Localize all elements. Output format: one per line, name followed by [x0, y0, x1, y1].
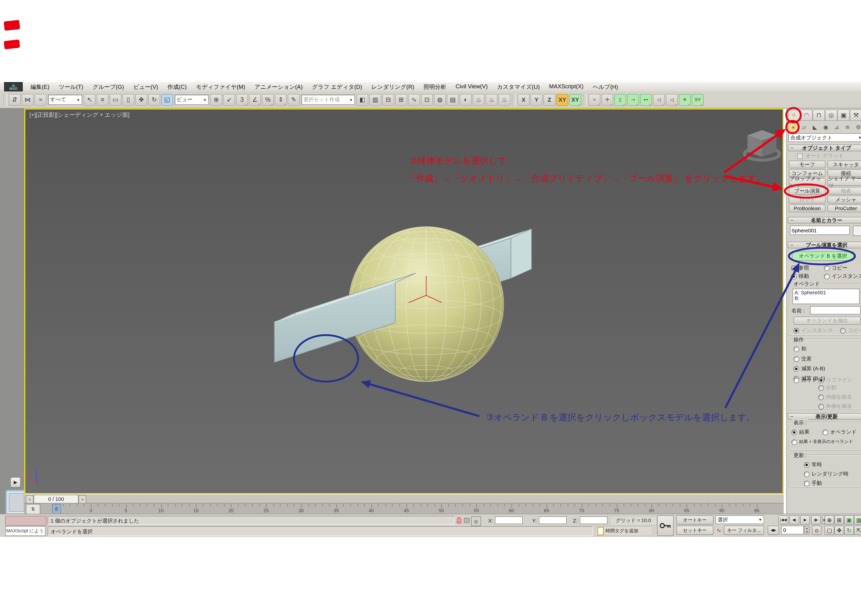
use-pivot-center-icon[interactable]: ⊕: [210, 94, 222, 106]
previous-frame-button[interactable]: ◀|: [789, 515, 799, 525]
display-result-hidden-radio[interactable]: 結果 + 非表示のオペランド: [792, 439, 853, 445]
object-type-button[interactable]: ブロッブメッシュ: [789, 178, 826, 186]
selection-set-dropdown[interactable]: 選択▼: [716, 515, 764, 524]
operand-list-item[interactable]: B:: [795, 295, 858, 301]
menu-item[interactable]: Civil View(V): [451, 82, 492, 91]
snap-face2-icon[interactable]: ◁: [666, 94, 678, 106]
category-shapes[interactable]: ▱: [799, 122, 809, 132]
render-iterative-icon[interactable]: ♨: [486, 94, 497, 106]
material-editor-icon[interactable]: ◍: [434, 94, 446, 106]
snap-face-icon[interactable]: ◁: [653, 94, 665, 106]
frame-spinner[interactable]: ▲▼: [804, 526, 809, 534]
key-step-button[interactable]: ◀▶: [768, 526, 779, 535]
spinner-snap-icon[interactable]: ⇕: [275, 94, 287, 106]
update-mode-radio[interactable]: 手動: [804, 480, 848, 487]
macro-recorder-pane[interactable]: [5, 516, 47, 526]
zoom-region-icon[interactable]: ▢: [825, 526, 834, 535]
menu-item[interactable]: グループ(G): [88, 82, 129, 91]
extract-operand-button[interactable]: オペランドを抽出: [793, 316, 861, 325]
clone-method-radio[interactable]: インスタンス: [824, 273, 861, 280]
set-key-button[interactable]: セットキー: [676, 526, 713, 535]
tab-create[interactable]: ✳: [788, 110, 800, 121]
maxscript-listener-pane[interactable]: MAXScript によう: [5, 526, 46, 536]
operands-list[interactable]: A: Sphere001B:: [792, 289, 859, 304]
select-and-move-icon[interactable]: ✥: [135, 94, 147, 106]
tab-display[interactable]: ▣: [837, 110, 850, 121]
tab-utilities[interactable]: ⚒: [850, 110, 861, 121]
z-coordinate-field[interactable]: [579, 516, 608, 524]
zoom-icon[interactable]: ⊕: [825, 515, 834, 525]
application-button[interactable]: MXD: [4, 82, 23, 91]
curve-editor-icon[interactable]: ∿: [408, 94, 420, 106]
key-lock-icon[interactable]: [657, 515, 674, 536]
snap-vertex-icon[interactable]: ▯: [614, 94, 626, 106]
time-slider[interactable]: < 0 / 100 >: [24, 494, 784, 503]
category-cameras[interactable]: ◉: [820, 122, 831, 132]
snap-pivot-icon[interactable]: ✛: [601, 94, 613, 106]
object-type-button[interactable]: シェイプ マージ: [828, 178, 861, 186]
current-frame-field[interactable]: [781, 526, 804, 534]
named-selection-set-dropdown[interactable]: 選択セット作成▼: [301, 94, 355, 105]
time-configuration-button[interactable]: ⊙: [812, 526, 822, 535]
category-space-warps[interactable]: ≋: [842, 122, 853, 132]
viewport[interactable]: x z [+][正投影][シェーディング + エッジ面]: [24, 108, 784, 494]
update-mode-radio[interactable]: レンダリング時: [804, 470, 848, 478]
bind-to-space-warp-icon[interactable]: ≈: [35, 94, 47, 106]
trackbar-mode-icon[interactable]: ⇅: [26, 504, 40, 514]
object-type-button[interactable]: スキャッタ: [828, 160, 861, 168]
clone-method-radio[interactable]: コピー: [824, 264, 861, 272]
menu-item[interactable]: 照明分析: [419, 82, 451, 91]
render-production-icon[interactable]: ♨: [473, 94, 485, 106]
axis-xy-button[interactable]: XY: [556, 94, 568, 106]
zoom-all-icon[interactable]: ⊞: [834, 515, 844, 525]
menu-item[interactable]: MAXScript(X): [544, 82, 588, 91]
operation-radio[interactable]: 減算 (A-B): [793, 365, 825, 372]
current-frame-marker[interactable]: 0: [52, 504, 61, 514]
auto-key-button[interactable]: オートキー: [676, 515, 713, 525]
menu-item[interactable]: アニメーション(A): [250, 82, 307, 91]
menu-item[interactable]: カスタマイズ(U): [492, 82, 544, 91]
next-frame-button[interactable]: |▶: [811, 515, 821, 525]
zoom-extents-all-icon[interactable]: ▦: [854, 515, 861, 525]
snap-point-icon[interactable]: ✳: [679, 94, 691, 106]
object-color-swatch[interactable]: [853, 226, 861, 236]
axis-x-button[interactable]: X: [518, 94, 529, 106]
select-and-link-icon[interactable]: ⇵: [9, 94, 20, 106]
object-type-button[interactable]: ブール演算: [789, 187, 826, 195]
mirror-icon[interactable]: ◧: [356, 94, 368, 106]
rollout-header[interactable]: 名前とカラー: [788, 217, 861, 223]
snap-xy-icon[interactable]: XY: [692, 94, 704, 106]
window-crossing-icon[interactable]: ▯: [123, 94, 134, 106]
selection-lock-icon[interactable]: [464, 518, 470, 523]
operation-radio[interactable]: 交差: [793, 355, 825, 363]
category-helpers[interactable]: ⊿: [831, 122, 842, 132]
open-mini-listener-button[interactable]: ▶: [10, 477, 20, 487]
tab-modify[interactable]: ◠: [800, 110, 812, 121]
menu-item[interactable]: モディファイヤ(M): [191, 82, 250, 91]
autogrid-checkbox[interactable]: オート グリッド: [797, 152, 844, 160]
menu-item[interactable]: ビュー(V): [129, 82, 163, 91]
select-and-manipulate-icon[interactable]: ➶: [223, 94, 235, 106]
update-mode-radio[interactable]: 常時: [804, 461, 848, 468]
play-button[interactable]: ▶: [800, 515, 810, 525]
snaps-toggle-icon[interactable]: 3: [236, 94, 248, 106]
reference-coordinate-dropdown[interactable]: ビュー▼: [175, 94, 209, 105]
menu-item[interactable]: 作成(C): [163, 82, 191, 91]
select-and-rotate-icon[interactable]: ↻: [148, 94, 160, 106]
operand-list-item[interactable]: A: Sphere001: [795, 290, 858, 295]
object-type-button[interactable]: モーフ: [789, 160, 826, 168]
time-slider-back-button[interactable]: <: [26, 495, 33, 503]
pick-operand-b-button[interactable]: オペランド B を選択: [792, 251, 854, 261]
object-type-button[interactable]: メッシャ: [828, 196, 861, 203]
rollout-header[interactable]: 表示/更新: [788, 413, 861, 420]
object-type-button[interactable]: 地表: [828, 187, 861, 195]
tab-motion[interactable]: ◎: [825, 110, 837, 121]
rectangular-selection-region-icon[interactable]: ▭: [110, 94, 121, 106]
transform-mode-icon[interactable]: ◎: [471, 516, 481, 526]
x-coordinate-field[interactable]: [495, 516, 523, 524]
axis-xy-snap-button[interactable]: XY: [569, 94, 581, 106]
cut-refine-radio[interactable]: リファイン: [818, 376, 853, 383]
operand-name-field[interactable]: [810, 306, 861, 314]
go-to-start-button[interactable]: |◀◀: [779, 515, 788, 525]
key-filter-button[interactable]: キー フィルタ...: [724, 526, 764, 535]
